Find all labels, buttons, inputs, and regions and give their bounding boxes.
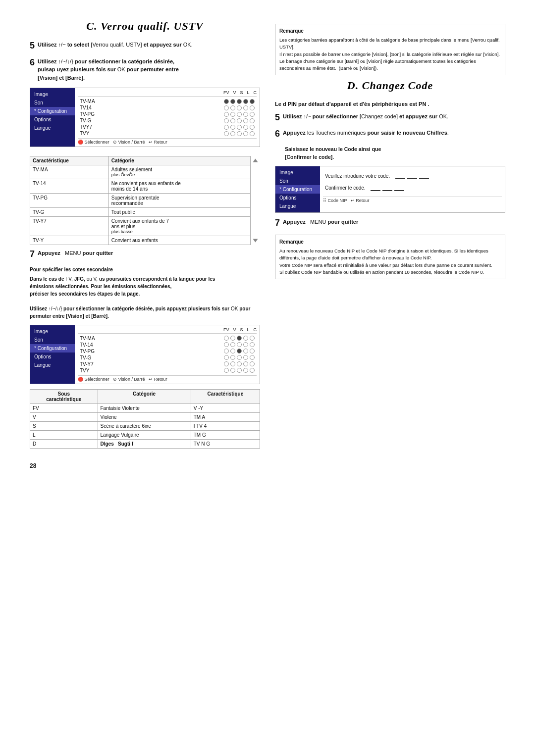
menu-item-image: Image [30, 90, 75, 99]
step-text-5d: Utilisez ↑/~ pour sélectionner [Changez … [283, 112, 505, 121]
menu-item-options-2: Options [30, 353, 75, 361]
menu-item-config-c: * Configuration [275, 185, 320, 194]
menu-item-son: Son [30, 99, 75, 107]
table-row: TV-PG Supervision parentalerecommandée [30, 194, 251, 208]
pin-entry-area: Veuillez introduire votre code. Confirme… [323, 168, 502, 195]
menu-item-options: Options [30, 115, 75, 124]
tv-row-ma-2: TV-MA [78, 335, 257, 342]
section-d-title: D. Changez Code [275, 79, 505, 92]
step-7-c: 7 Appuyez MENU pour quitter [30, 249, 260, 260]
tv-row-pg-2: TV-PG [78, 348, 257, 354]
table-row: TV-14 Ne convient pas aux enfants demoin… [30, 179, 251, 194]
tv-row-g-2: TV-G [78, 354, 257, 361]
secondary-info: Pour spécifier les cotes secondaire Dans… [30, 266, 260, 320]
remarque-box-2: Remarque Au renouveau le nouveau Code NI… [275, 235, 505, 279]
left-column: C. Verrou qualif. USTV 5 Utilisez ↑/~ to… [30, 20, 260, 453]
secondary-text-1: Dans le cas de FV, JFG, ou V, us poursui… [30, 275, 260, 298]
step-text-5c: Utilisez ↑/~ to select [Verrou qualif. U… [38, 41, 260, 49]
remarque-title-1: Remarque [279, 27, 501, 35]
tv-menu-1: Image Son * Configuration Options Langue… [30, 88, 260, 147]
step-5-d: 5 Utilisez ↑/~ pour sélectionner [Change… [275, 112, 505, 123]
tv-menu-sidebar-code: Image Son * Configuration Options Langue [275, 166, 320, 212]
col-categorie: Catégorie [108, 156, 250, 165]
tv-menu-2: Image Son * Configuration Options Langue… [30, 325, 260, 384]
table-row: SScène à caractère 6ixeI TV 4 [30, 421, 260, 430]
step-number-5c: 5 [30, 41, 35, 51]
tv-menu-header-1: FVVSLC [78, 90, 257, 97]
tv-menu-main-1: FVVSLC TV-MA TV14 TV-PG [75, 88, 260, 147]
rating-table-container: Caractéristique Catégorie TV-MA Adultes … [30, 152, 260, 249]
menu-item-options-c: Options [275, 194, 320, 202]
right-column: Remarque Les catégories barrées apparaît… [275, 20, 505, 453]
saisir-subtitle: Saisissez le nouveau le Code ainsi que [… [285, 146, 505, 161]
col-sub-charx: Caractéristique [191, 389, 260, 403]
tv-row-ma: TV-MA [78, 98, 257, 104]
menu-item-langue: Langue [30, 124, 75, 132]
tv-row-y: TVY [78, 130, 257, 137]
tv-menu-code: Image Son * Configuration Options Langue… [275, 166, 505, 213]
menu-item-son-c: Son [275, 177, 320, 185]
step-number-5d: 5 [275, 112, 280, 123]
tv-menu-footer-code: ⠿ Code NIP ↩ Retour [323, 197, 502, 203]
table-row: TV-Y7 Convient aux enfants de 7ans et pl… [30, 217, 251, 236]
col-sous-char: Souscaractéristique [30, 389, 98, 403]
secondary-title: Pour spécifier les cotes secondaire [30, 266, 260, 273]
tv-menu-footer-2: 🔴 Sélectionner ⊙ Vision / Barré ↩ Retour [78, 375, 257, 382]
menu-item-config-2: * Configuration [30, 344, 75, 353]
table-row: DDlges Sugti fTV N G [30, 439, 260, 448]
step-6-d: 6 Appuyez les Touches numériques pour sa… [275, 129, 505, 140]
menu-item-langue-c: Langue [275, 202, 320, 210]
step-text-7c: Appuyez MENU pour quitter [38, 249, 260, 257]
tv-row-y-2: TVY [78, 367, 257, 374]
tv-row-y7: TVY7 [78, 124, 257, 130]
remarque-box-1: Remarque Les catégories barrées apparaît… [275, 24, 505, 75]
section-c-title: C. Verrou qualif. USTV [30, 20, 260, 33]
remarque-text-2: Au renouveau le nouveau Code NIP et le C… [279, 248, 501, 276]
scroll-arrows [251, 152, 260, 249]
tv-row-g: TV-G [78, 117, 257, 124]
menu-item-langue-2: Langue [30, 361, 75, 369]
step-text-7d: Appuyez MENU pour quitter [283, 218, 505, 226]
tv-menu-sidebar-1: Image Son * Configuration Options Langue [30, 88, 75, 147]
table-row: TV-G Tout public [30, 208, 251, 217]
section-d-intro: Le d PIN par défaut d'appareil et d'ès p… [275, 100, 505, 108]
step-6-c: 6 Utilisez ↑/~/↓/} pour sélectionner la … [30, 57, 260, 82]
rating-table: Caractéristique Catégorie TV-MA Adultes … [30, 156, 251, 245]
tv-menu-main-2: FVVSLC TV-MA TV-14 TV-PG [75, 325, 260, 384]
remarque-text-1: Les catégories barrées apparaîtront à cô… [279, 37, 501, 72]
table-row: FVFantaisie ViolenteV -Y [30, 403, 260, 412]
menu-item-config: * Configuration [30, 107, 75, 115]
tv-row-14: TV14 [78, 104, 257, 111]
step-7-d: 7 Appuyez MENU pour quitter [275, 218, 505, 229]
step-text-6d: Appuyez les Touches numériques pour sais… [283, 129, 505, 137]
step-text-6c: Utilisez ↑/~/↓/} pour sélectionner la ca… [38, 57, 260, 82]
table-row: TV-MA Adultes seulement plus ÔevÔe [30, 165, 251, 179]
table-row: LLangage VulgaireTM G [30, 430, 260, 439]
secondary-text-2: Utilisez ↑/~/↓/} pour sélectionner la ca… [30, 305, 260, 320]
tv-menu-sidebar-2: Image Son * Configuration Options Langue [30, 325, 75, 384]
tv-row-pg: TV-PG [78, 111, 257, 117]
menu-item-son-2: Son [30, 336, 75, 344]
page-number: 28 [30, 462, 505, 469]
table-row: TV-Y Convient aux enfants [30, 236, 251, 245]
tv-row-14-2: TV-14 [78, 342, 257, 348]
step-number-6d: 6 [275, 129, 280, 140]
step-5-c: 5 Utilisez ↑/~ to select [Verrou qualif.… [30, 41, 260, 51]
step-number-6c: 6 [30, 57, 35, 68]
col-caracteristique: Caractéristique [30, 156, 109, 165]
menu-item-image-2: Image [30, 327, 75, 336]
pin-box-2: Confirmer le code. [325, 184, 500, 191]
tv-menu-main-code: Veuillez introduire votre code. Confirme… [320, 166, 505, 212]
tv-row-y7-2: TV-Y7 [78, 361, 257, 367]
remarque-title-2: Remarque [279, 238, 501, 246]
step-number-7d: 7 [275, 218, 280, 229]
sub-table: Souscaractéristique Catégorie Caractéris… [30, 389, 260, 449]
pin-box-1: Veuillez introduire votre code. [325, 172, 500, 179]
step-number-7c: 7 [30, 249, 35, 260]
tv-menu-footer-1: 🔴 Sélectionner ⊙ Vision / Barré ↩ Retour [78, 138, 257, 145]
table-row: VVioleneTM A [30, 412, 260, 421]
tv-menu-header-2: FVVSLC [78, 327, 257, 334]
col-sub-cat: Catégorie [98, 389, 191, 403]
menu-item-image-c: Image [275, 168, 320, 177]
